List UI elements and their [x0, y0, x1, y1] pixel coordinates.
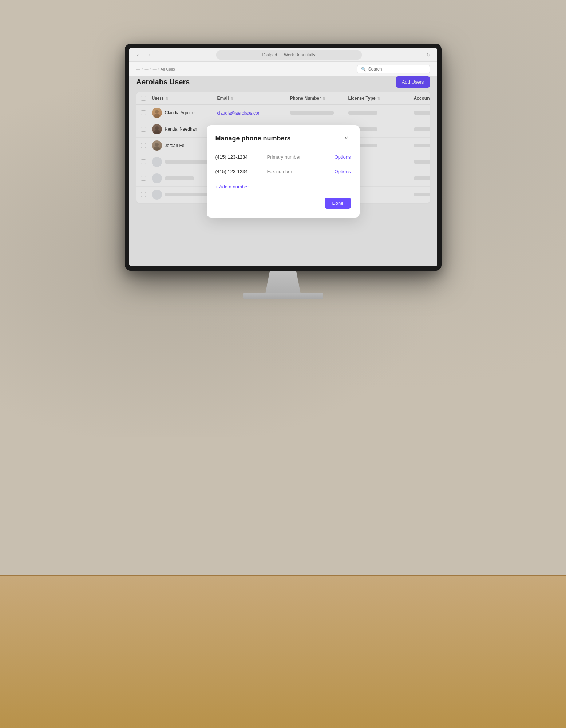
phone-number: (415) 123-1234: [215, 154, 263, 160]
modal-close-button[interactable]: ×: [342, 134, 351, 143]
modal-header: Manage phone numbers ×: [215, 134, 351, 143]
done-button[interactable]: Done: [325, 198, 351, 209]
stand-base: [243, 293, 323, 299]
breadcrumb: — / — / — / All Calls: [136, 67, 175, 71]
stand-neck: [261, 271, 305, 293]
breadcrumb-current: All Calls: [161, 67, 175, 71]
breadcrumb-sep-3: /: [158, 67, 159, 71]
phone-type: Fax number: [267, 169, 330, 174]
breadcrumb-sep-1: /: [142, 67, 143, 71]
modal-footer: Done: [215, 198, 351, 209]
search-icon: 🔍: [361, 67, 366, 72]
options-link[interactable]: Options: [335, 154, 351, 160]
monitor-screen-outer: ‹ › Dialpad — Work Beautifully ↻ — / — /…: [125, 44, 442, 271]
manage-phone-modal: Manage phone numbers × (415) 123-1234 Pr…: [207, 125, 360, 218]
breadcrumb-item-1: —: [136, 67, 140, 71]
main-area: Aerolabs Users Add Users Users ⇅: [129, 76, 437, 266]
browser-back-button[interactable]: ‹: [134, 51, 142, 59]
address-bar[interactable]: Dialpad — Work Beautifully: [216, 50, 362, 60]
options-link[interactable]: Options: [335, 169, 351, 174]
reload-button[interactable]: ↻: [424, 51, 433, 59]
search-bar[interactable]: 🔍: [357, 65, 430, 73]
breadcrumb-item-2: —: [145, 67, 149, 71]
app-content: — / — / — / All Calls 🔍: [129, 62, 437, 266]
monitor-stand: [125, 271, 442, 299]
monitor: ‹ › Dialpad — Work Beautifully ↻ — / — /…: [125, 44, 442, 299]
search-input[interactable]: [368, 67, 426, 72]
phone-type: Primary number: [267, 154, 330, 160]
breadcrumb-item-3: —: [153, 67, 157, 71]
monitor-screen: ‹ › Dialpad — Work Beautifully ↻ — / — /…: [129, 48, 437, 266]
browser-chrome: ‹ › Dialpad — Work Beautifully ↻: [129, 48, 437, 62]
phone-number: (415) 123-1234: [215, 169, 263, 174]
top-bar: — / — / — / All Calls 🔍: [129, 62, 437, 76]
browser-forward-button[interactable]: ›: [145, 51, 154, 59]
modal-overlay: Manage phone numbers × (415) 123-1234 Pr…: [129, 76, 437, 266]
modal-title: Manage phone numbers: [215, 135, 291, 142]
breadcrumb-sep-2: /: [150, 67, 151, 71]
add-number-button[interactable]: + Add a number: [215, 179, 249, 195]
address-bar-text: Dialpad — Work Beautifully: [262, 52, 316, 57]
add-number-label: + Add a number: [215, 184, 249, 190]
phone-entry-row: (415) 123-1234 Fax number Options: [215, 164, 351, 179]
phone-entry-row: (415) 123-1234 Primary number Options: [215, 150, 351, 164]
desk-surface: [0, 575, 566, 728]
